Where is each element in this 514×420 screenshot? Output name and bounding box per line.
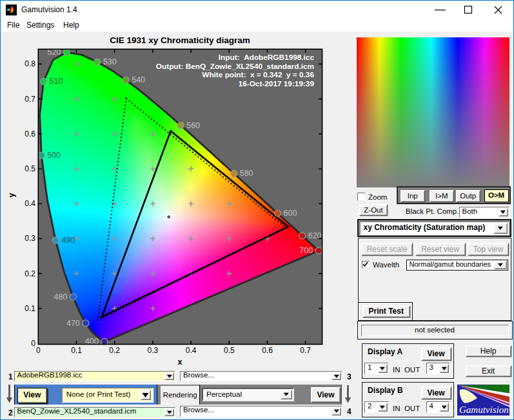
svg-text:0.7: 0.7 bbox=[25, 95, 35, 104]
svg-text:490: 490 bbox=[61, 236, 75, 245]
svg-text:700: 700 bbox=[299, 246, 313, 255]
svg-text:0.7: 0.7 bbox=[300, 346, 311, 355]
svg-text:480: 480 bbox=[54, 292, 67, 301]
svg-text:530: 530 bbox=[103, 57, 117, 66]
svg-text:0.6: 0.6 bbox=[262, 346, 273, 355]
svg-text:510: 510 bbox=[50, 77, 63, 86]
svg-text:540: 540 bbox=[132, 75, 145, 84]
svg-text:0.5: 0.5 bbox=[224, 346, 235, 355]
svg-text:y: y bbox=[7, 193, 16, 197]
svg-text:0.6: 0.6 bbox=[25, 129, 35, 138]
svg-text:Gamutvision: Gamutvision bbox=[459, 404, 509, 414]
svg-text:0.3: 0.3 bbox=[25, 234, 35, 243]
svg-text:0.2: 0.2 bbox=[109, 346, 120, 355]
svg-text:CIE 1931 xy Chromaticity diagr: CIE 1931 xy Chromaticity diagram bbox=[110, 35, 250, 45]
svg-text:470: 470 bbox=[66, 319, 80, 328]
svg-text:0.3: 0.3 bbox=[148, 346, 159, 355]
svg-text:0: 0 bbox=[36, 346, 41, 355]
svg-text:0.4: 0.4 bbox=[25, 199, 35, 208]
svg-text:0.8: 0.8 bbox=[25, 59, 35, 68]
svg-text:16-Oct-2017 19:19:39: 16-Oct-2017 19:19:39 bbox=[239, 79, 315, 88]
svg-text:580: 580 bbox=[240, 169, 253, 178]
svg-text:0.1: 0.1 bbox=[25, 304, 35, 313]
svg-text:0.2: 0.2 bbox=[25, 269, 35, 278]
svg-text:400: 400 bbox=[85, 337, 99, 346]
svg-text:Input: AdobeRGB1998.icc: Input: AdobeRGB1998.icc bbox=[219, 53, 315, 62]
svg-text:Output: BenQ_Zowie_XL2540_stan: Output: BenQ_Zowie_XL2540_standard.icm bbox=[156, 62, 314, 71]
svg-text:White point: x = 0.342 y = 0: White point: x = 0.342 y = 0.36 bbox=[202, 70, 314, 79]
svg-text:x: x bbox=[178, 358, 183, 367]
svg-text:0.5: 0.5 bbox=[25, 164, 35, 173]
svg-text:0: 0 bbox=[31, 339, 35, 348]
svg-text:0.4: 0.4 bbox=[186, 346, 197, 355]
svg-text:0.1: 0.1 bbox=[71, 346, 82, 355]
svg-text:600: 600 bbox=[284, 209, 297, 218]
svg-text:500: 500 bbox=[47, 151, 61, 160]
svg-text:560: 560 bbox=[186, 121, 200, 130]
